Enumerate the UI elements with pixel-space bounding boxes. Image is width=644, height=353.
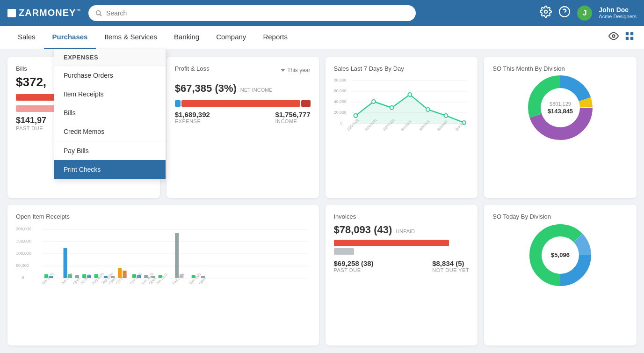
dropdown-bills[interactable]: Bills	[54, 103, 166, 122]
logo-square	[7, 9, 16, 17]
svg-point-0	[96, 10, 101, 15]
expense-section: $1,689,392 EXPENSE	[175, 110, 210, 124]
sales-chart-title: Sales Last 7 Days By Day	[334, 65, 470, 72]
avatar[interactable]: J	[577, 6, 592, 21]
invoice-past-due-label: PAST DUE	[334, 267, 374, 273]
purchases-dropdown: Expenses Purchase Orders Item Receipts B…	[54, 49, 166, 179]
svg-text:Nov 2020: Nov 2020	[129, 272, 143, 285]
svg-text:200,000: 200,000	[16, 227, 31, 231]
expense-label: EXPENSE	[175, 118, 210, 124]
svg-rect-9	[630, 37, 633, 40]
user-company: Acme Designers	[599, 14, 637, 20]
svg-rect-68	[175, 233, 179, 278]
so-today-card: SO Today By Division $5,096	[484, 205, 637, 346]
nav-company[interactable]: Company	[208, 26, 254, 49]
invoice-value-row: $78,093 (43) UNPAID	[334, 224, 470, 236]
topbar-right: J John Doe Acme Designers	[540, 6, 637, 21]
settings-icon[interactable]	[540, 6, 552, 21]
so-month-donut: $801,129 $143,845	[492, 75, 628, 140]
invoice-not-due-label: NOT DUE YET	[432, 267, 469, 273]
svg-text:150,000: 150,000	[16, 239, 31, 243]
profit-title: Profit & Loss	[175, 65, 210, 72]
svg-text:$801,129: $801,129	[550, 101, 571, 107]
svg-text:50,000: 50,000	[16, 263, 29, 268]
dropdown-header: Expenses	[54, 49, 166, 66]
invoice-bar-gray	[334, 248, 354, 255]
invoice-past-due: $69,258 (38) PAST DUE	[334, 259, 374, 273]
dropdown-pay-bills[interactable]: Pay Bills	[54, 141, 166, 160]
svg-text:0: 0	[22, 275, 24, 280]
income-section: $1,756,777 INCOME	[275, 110, 310, 124]
grid-icon[interactable]	[624, 31, 635, 44]
profit-blue-bar	[175, 100, 181, 107]
nav-banking[interactable]: Banking	[166, 26, 208, 49]
svg-text:60,000: 60,000	[334, 88, 347, 93]
eye-icon[interactable]	[608, 31, 619, 44]
invoice-not-due-value: $8,834 (5)	[432, 259, 469, 267]
support-icon[interactable]	[558, 6, 571, 21]
svg-text:40,000: 40,000	[334, 99, 347, 104]
svg-point-25	[444, 114, 448, 118]
svg-text:Mar 2020: Mar 2020	[41, 272, 55, 285]
nav-reports[interactable]: Reports	[254, 26, 296, 49]
svg-text:$5,096: $5,096	[551, 251, 570, 258]
svg-rect-53	[64, 248, 67, 278]
profit-dark-bar	[301, 100, 311, 107]
nav-purchases[interactable]: Purchases	[44, 26, 96, 49]
dropdown-print-checks[interactable]: Print Checks	[54, 160, 166, 179]
net-income-label: NET INCOME	[240, 87, 273, 93]
bills-past-due-section: $141,97 PAST DUE	[16, 116, 46, 131]
nav-sales[interactable]: Sales	[9, 26, 44, 49]
svg-point-20	[354, 114, 357, 118]
bills-past-due-value: $141,97	[16, 116, 46, 125]
period-selector[interactable]: This year	[281, 67, 310, 74]
profit-header: Profit & Loss This year	[175, 65, 311, 75]
svg-text:80,000: 80,000	[334, 78, 347, 82]
invoices-title: Invoices	[334, 213, 470, 220]
svg-point-5	[612, 35, 615, 37]
user-info: John Doe Acme Designers	[599, 6, 637, 20]
navbar: Sales Purchases Items & Services Banking…	[0, 26, 644, 49]
so-today-donut: $5,096	[492, 223, 628, 288]
svg-point-21	[372, 100, 376, 103]
invoice-status: UNPAID	[396, 228, 415, 234]
svg-text:20,000: 20,000	[334, 110, 347, 115]
period-label: This year	[287, 67, 310, 74]
svg-text:0: 0	[340, 121, 342, 125]
svg-text:Jan 2021: Jan 2021	[155, 272, 169, 285]
invoice-bar-red	[334, 240, 449, 246]
invoice-not-due: $8,834 (5) NOT DUE YET	[432, 259, 469, 273]
dropdown-item-receipts[interactable]: Item Receipts	[54, 85, 166, 103]
svg-point-2	[544, 10, 548, 13]
receipts-title: Open Item Receipts	[16, 213, 311, 220]
income-value: $1,756,777	[275, 110, 310, 118]
svg-rect-6	[626, 32, 629, 35]
logo: ZARMONEY™	[7, 7, 81, 18]
logo-text: ZARMONEY™	[19, 7, 81, 18]
svg-line-1	[100, 14, 102, 16]
profit-footer: $1,689,392 EXPENSE $1,756,777 INCOME	[175, 110, 311, 124]
svg-point-24	[426, 108, 430, 111]
net-income-row: $67,385 (3%) NET INCOME	[175, 79, 311, 96]
bills-past-due-label: PAST DUE	[16, 125, 46, 131]
expense-value: $1,689,392	[175, 110, 210, 118]
search-bar[interactable]	[88, 5, 416, 21]
user-name: John Doe	[599, 6, 637, 14]
invoice-value: $78,093 (43)	[334, 224, 392, 236]
topbar: ZARMONEY™ J John Doe Acme Designers	[0, 0, 644, 26]
nav-right	[608, 31, 635, 44]
svg-rect-7	[630, 32, 633, 35]
sales-chart-card: Sales Last 7 Days By Day 80,000 60,000 4…	[326, 57, 478, 198]
search-input[interactable]	[106, 9, 410, 17]
svg-text:Open: Open	[72, 276, 81, 285]
dropdown-purchase-orders[interactable]: Purchase Orders	[54, 66, 166, 85]
nav-items-services[interactable]: Items & Services	[96, 26, 166, 49]
receipts-bar-chart: 200,000 150,000 100,000 50,000 0	[16, 224, 311, 285]
invoice-footer: $69,258 (38) PAST DUE $8,834 (5) NOT DUE…	[334, 259, 470, 273]
dropdown-credit-memos[interactable]: Credit Memos	[54, 122, 166, 141]
receipts-card: Open Item Receipts 200,000 150,000 100,0…	[7, 205, 319, 346]
svg-point-22	[390, 106, 393, 110]
svg-text:100,000: 100,000	[16, 251, 31, 256]
svg-point-23	[408, 93, 412, 96]
logo-trademark: ™	[76, 8, 81, 13]
